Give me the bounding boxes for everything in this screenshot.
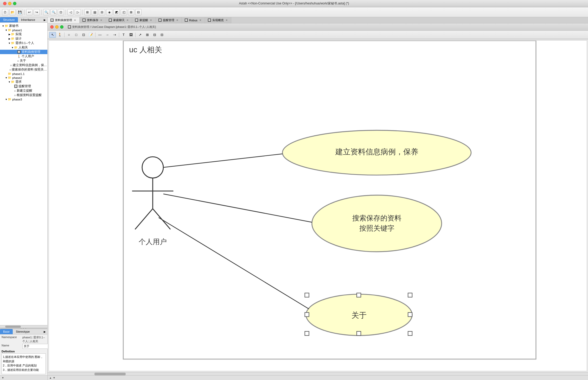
- tab-ziliao[interactable]: 🔲 资料病例管理 ✕: [48, 17, 80, 23]
- diag-min-btn[interactable]: [55, 25, 59, 29]
- tool8[interactable]: ⊟: [135, 9, 142, 15]
- diag-close-btn[interactable]: [50, 25, 54, 29]
- nav-forward-button[interactable]: ▷: [75, 9, 81, 15]
- select-tool[interactable]: ↖: [49, 32, 56, 38]
- tab-close-robus[interactable]: ✕: [199, 18, 202, 22]
- tab-remindmgr[interactable]: 🔲 提醒管理 ✕: [156, 17, 182, 23]
- tree-item-about[interactable]: ○ 关于: [0, 59, 47, 63]
- rect-tool[interactable]: □: [73, 32, 80, 38]
- line-tool[interactable]: —: [97, 32, 103, 38]
- h-scroll-thumb[interactable]: [94, 373, 126, 375]
- expand-tool[interactable]: ↗: [137, 32, 143, 38]
- tab-robus[interactable]: 🔲 Robus ✕: [182, 17, 205, 23]
- package-tool[interactable]: ⊡: [80, 32, 87, 38]
- nav-tool[interactable]: ⊟: [158, 32, 165, 38]
- redo-button[interactable]: ↪: [34, 9, 40, 15]
- tab-close-impl2[interactable]: ✕: [225, 18, 228, 22]
- tab-inheritance[interactable]: Inheritance: [18, 17, 38, 22]
- tree-item-req2[interactable]: ▼ 📁 需求: [0, 80, 47, 84]
- tab-save[interactable]: 🔲 资料保存 ✕: [80, 17, 106, 23]
- actor-tool[interactable]: 🚶: [56, 32, 63, 38]
- tree-item-create[interactable]: ○ 建立资料信息病例，保…: [0, 63, 47, 67]
- tree-item-people[interactable]: ▼ 📁 人相关: [0, 45, 47, 50]
- text-tool[interactable]: T: [120, 32, 127, 38]
- tree-hscroll[interactable]: [0, 325, 47, 328]
- tab-close-remindmgr[interactable]: ✕: [175, 18, 179, 22]
- tree-item-reminder[interactable]: 🔲 提醒管理: [0, 84, 47, 88]
- tab-close-ziliao[interactable]: ✕: [73, 18, 77, 22]
- dashed-tool[interactable]: ⇢: [111, 32, 118, 38]
- tree-hscroll-thumb[interactable]: [5, 326, 21, 328]
- open-button[interactable]: 📂: [9, 9, 16, 15]
- arrow-people[interactable]: ▼: [11, 46, 14, 49]
- note-tool[interactable]: 📝: [87, 32, 94, 38]
- diag-nav-right[interactable]: ▼: [53, 376, 55, 379]
- zoom-out-button[interactable]: 🔍: [43, 9, 49, 15]
- tree-item-user[interactable]: 🚶 个人用户: [0, 54, 47, 59]
- tree-item-design[interactable]: ▶ 📁 设计: [0, 36, 47, 41]
- nav-back-button[interactable]: ◁: [67, 9, 74, 15]
- tool3[interactable]: ⊟: [99, 9, 105, 15]
- tab-impl2[interactable]: 🔲 实现概览 ✕: [205, 17, 231, 23]
- tool1[interactable]: ⊞: [84, 9, 91, 15]
- uc2-ellipse[interactable]: [312, 195, 442, 252]
- folder-icon-design: 📁: [11, 37, 15, 40]
- save-button[interactable]: 💾: [17, 9, 23, 15]
- definition-value[interactable]: 1,描述在本应用中使用的 图标，和图的源 2，应用中描述 产品的规划 3，描述应…: [2, 353, 46, 374]
- tree-item-ziliao[interactable]: 🔲 资料病例管理: [0, 50, 47, 54]
- tool5[interactable]: ◩: [113, 9, 120, 15]
- tool6[interactable]: ◰: [121, 9, 127, 15]
- tab-close-save[interactable]: ✕: [99, 18, 103, 22]
- layout-tool[interactable]: ⊟: [151, 32, 158, 38]
- arrow-phase3[interactable]: ▼: [5, 98, 8, 101]
- tool2[interactable]: ▤: [92, 9, 98, 15]
- tree-item-phase2[interactable]: ▼ 📁 phase2: [0, 76, 47, 80]
- arrow-req2[interactable]: ▼: [8, 81, 11, 83]
- tree-item-phase3[interactable]: ▼ 📁 phase3: [0, 97, 47, 101]
- tool4[interactable]: ◈: [106, 9, 112, 15]
- arrow-req[interactable]: ▼: [8, 42, 11, 45]
- diagram-traffic-lights[interactable]: [50, 25, 63, 29]
- arrow-phase2[interactable]: ▼: [5, 77, 8, 79]
- tool7[interactable]: ⊞: [128, 9, 134, 15]
- tree-item-phase1[interactable]: ▼ 📁 phase1: [0, 28, 47, 32]
- tree-item-impl[interactable]: ▶ 📁 实现: [0, 32, 47, 36]
- tab-structure[interactable]: Structure: [0, 17, 18, 22]
- arrow-tool[interactable]: →: [104, 32, 111, 38]
- maximize-button[interactable]: [13, 2, 16, 5]
- tab-base[interactable]: Base: [0, 329, 13, 334]
- bottom-tab-arrow[interactable]: ▶: [44, 330, 46, 333]
- h-scrollbar[interactable]: [48, 372, 588, 375]
- nav-down-btn[interactable]: ▼: [2, 376, 4, 379]
- ellipse-tool[interactable]: ○: [66, 32, 72, 38]
- tree-container[interactable]: ▼ 📁 家秘书 ▼ 📁 phase1 ▶ 📁 实现 ▶: [0, 23, 47, 325]
- diag-max-btn[interactable]: [60, 25, 63, 29]
- arrow-phase1[interactable]: ▼: [5, 29, 8, 31]
- tab-stereotype[interactable]: Stereotype: [13, 329, 33, 334]
- diag-nav-left[interactable]: ▲: [49, 376, 52, 379]
- arrow-design[interactable]: ▶: [8, 37, 11, 40]
- diagram-canvas[interactable]: uc 人相关 个人用户 建立资料信息病例，保养: [49, 40, 587, 371]
- arrow-impl[interactable]: ▶: [8, 33, 11, 36]
- tree-item-setrem[interactable]: ○ 根据资料设置提醒: [0, 93, 47, 97]
- zoom-in-button[interactable]: 🔍: [50, 9, 57, 15]
- arrow-jia[interactable]: ▼: [2, 25, 5, 27]
- tree-item-jia[interactable]: ▼ 📁 家秘书: [0, 24, 47, 28]
- tab-remind[interactable]: 🔲 家提醒 ✕: [132, 17, 156, 23]
- img-tool[interactable]: 🖼: [127, 32, 134, 38]
- window-controls[interactable]: [3, 2, 16, 5]
- tree-item-newrem[interactable]: ○ 新建立提醒: [0, 88, 47, 93]
- close-button[interactable]: [3, 2, 7, 5]
- tab-close-remind[interactable]: ✕: [149, 18, 153, 22]
- fit-tool[interactable]: ⊞: [144, 32, 151, 38]
- tree-item-req[interactable]: ▼ 📁 需求0.1--个人: [0, 41, 47, 45]
- minimize-button[interactable]: [8, 2, 11, 5]
- tree-item-phase11[interactable]: 📁 phase1.1: [0, 72, 47, 76]
- panel-tab-arrow[interactable]: ▶: [44, 18, 46, 21]
- zoom-fit-button[interactable]: ⊡: [58, 9, 64, 15]
- tab-close-chat[interactable]: ✕: [126, 18, 129, 22]
- tab-chat[interactable]: 🔲 家庭聊天 ✕: [106, 17, 132, 23]
- undo-button[interactable]: ↩: [26, 9, 33, 15]
- tree-item-search[interactable]: ○ 搜索保存的资料 按照关…: [0, 67, 47, 72]
- new-button[interactable]: 🗋: [2, 9, 8, 15]
